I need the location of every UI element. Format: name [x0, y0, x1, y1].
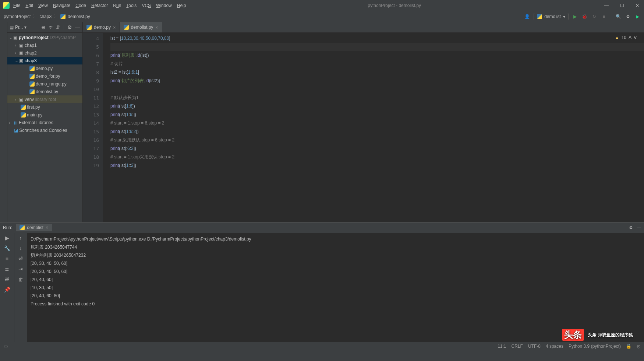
editor: demo.py× demolist.py× 456789101112131415…	[83, 22, 644, 222]
up-icon[interactable]: ↑	[20, 235, 22, 241]
close-button[interactable]: ✕	[634, 3, 641, 8]
status-encoding[interactable]: UTF-8	[528, 344, 541, 349]
lock-icon[interactable]: 🔓	[626, 344, 631, 349]
breadcrumb-root[interactable]: pythonProject	[4, 14, 31, 19]
collapse-all-icon[interactable]: ⇵	[56, 24, 60, 30]
editor-body[interactable]: 45678910111213141516171819 lst = [10,20,…	[83, 33, 644, 222]
status-sdk[interactable]: Python 3.9 (pythonProject)	[569, 344, 621, 349]
soft-wrap-icon[interactable]: ⏎	[18, 256, 23, 262]
chevron-down-icon[interactable]: ▾	[24, 25, 26, 30]
run-body: ▶ 🔧 ■ ≣ 🖶 📌 ↑ ↓ ⏎ ⇥ 🗑 D:\PycharmProjects…	[0, 233, 644, 342]
tree-folder-chap3[interactable]: ⌄▣chap3	[7, 57, 82, 64]
stop-button[interactable]: ■	[6, 256, 8, 262]
minimize-button[interactable]: ―	[603, 3, 610, 8]
run-config-selector[interactable]: demolist ▾	[534, 13, 569, 20]
tab-demolist[interactable]: demolist.py×	[120, 22, 162, 32]
chevron-up-icon[interactable]: ᐱ	[629, 35, 631, 40]
wrench-icon[interactable]: 🔧	[4, 245, 10, 251]
menu-view[interactable]: View	[38, 3, 48, 8]
gear-icon[interactable]: ⚙	[67, 24, 72, 30]
run-panel: Run: demolist × ⚙ — ▶ 🔧 ■ ≣ 🖶 📌 ↑ ↓ ⏎ ⇥ …	[0, 222, 644, 342]
hide-icon[interactable]: —	[75, 24, 80, 30]
stop-button[interactable]: ■	[601, 14, 607, 20]
app-logo	[3, 2, 10, 9]
menu-run[interactable]: Run	[113, 3, 121, 8]
main-menu: File Edit View Navigate Code Refactor Ru…	[13, 3, 186, 8]
menu-edit[interactable]: Edit	[25, 3, 33, 8]
tree-folder-venv[interactable]: ›▣venv library root	[7, 95, 82, 103]
menu-navigate[interactable]: Navigate	[53, 3, 70, 8]
expand-all-icon[interactable]: ≑	[49, 24, 53, 30]
down-icon[interactable]: ↓	[20, 245, 22, 251]
status-line-sep[interactable]: CRLF	[512, 344, 523, 349]
gutter: 45678910111213141516171819	[83, 33, 103, 222]
left-tool-strip	[0, 22, 7, 222]
search-icon[interactable]: 🔍	[615, 14, 621, 20]
status-indent[interactable]: 4 spaces	[546, 344, 563, 349]
python-file-icon	[124, 25, 129, 30]
close-icon[interactable]: ×	[46, 225, 48, 230]
debug-button[interactable]: 🐞	[582, 14, 588, 20]
run-button[interactable]: ▶	[572, 14, 578, 20]
pin-icon[interactable]: 📌	[4, 287, 10, 292]
menu-refactor[interactable]: Refactor	[91, 3, 108, 8]
event-log-icon[interactable]: ▭	[4, 344, 8, 349]
window-title: pythonProject - demolist.py	[186, 3, 603, 8]
layout-icon[interactable]: ≣	[5, 266, 9, 272]
tab-demo[interactable]: demo.py×	[83, 22, 120, 32]
tree-folder-chap1[interactable]: ›▣chap1	[7, 41, 82, 49]
close-icon[interactable]: ×	[155, 25, 158, 30]
main-area: ▤ Pr... ▾ ⊕ ≑ ⇵ | ⚙ — ⌄▣pythonProject D:…	[0, 22, 644, 222]
tree-file-demo[interactable]: demo.py	[7, 64, 82, 72]
menu-file[interactable]: File	[13, 3, 20, 8]
python-file-icon	[20, 225, 25, 230]
tree-external-libraries[interactable]: ›⫼ External Libraries	[7, 119, 82, 126]
scroll-end-icon[interactable]: ⇥	[18, 266, 23, 272]
status-caret-pos[interactable]: 11:1	[498, 344, 506, 349]
project-panel-header: ▤ Pr... ▾ ⊕ ≑ ⇵ | ⚙ —	[7, 22, 82, 33]
console-output[interactable]: D:\PycharmProjects\pythonProject\venv\Sc…	[27, 233, 644, 342]
navigation-bar: pythonProject 〉 chap3 〉 demolist.py 👤▾ d…	[0, 11, 644, 22]
folder-icon: ▤	[10, 25, 14, 30]
menu-tools[interactable]: Tools	[126, 3, 137, 8]
tree-file-demolist[interactable]: demolist.py	[7, 88, 82, 95]
status-bar: ▭ 11:1 CRLF UTF-8 4 spaces Python 3.9 (p…	[0, 342, 644, 350]
code-area[interactable]: lst = [10,20,30,40,50,60,70,80]print('原列…	[103, 33, 644, 222]
add-user-icon[interactable]: 👤▾	[524, 14, 530, 20]
breadcrumb-folder[interactable]: chap3	[39, 14, 52, 19]
project-tree: ⌄▣pythonProject D:\PycharmP ›▣chap1 ›▣ch…	[7, 33, 82, 222]
inspection-widget[interactable]: ▲ 10 ᐱ ᐯ	[615, 35, 637, 40]
menu-vcs[interactable]: VCS	[142, 3, 151, 8]
rerun-button[interactable]: ▶	[5, 235, 9, 241]
python-file-icon	[29, 89, 35, 94]
tree-folder-chap2[interactable]: ›▣chap2	[7, 49, 82, 57]
close-icon[interactable]: ×	[113, 25, 116, 30]
maximize-button[interactable]: ☐	[618, 3, 626, 8]
print-icon[interactable]: 🖶	[4, 276, 10, 282]
tree-root[interactable]: ⌄▣pythonProject D:\PycharmP	[7, 34, 82, 41]
menu-window[interactable]: Window	[156, 3, 172, 8]
tree-file-first[interactable]: first.py	[7, 103, 82, 111]
gear-icon[interactable]: ⚙	[629, 225, 633, 230]
menu-code[interactable]: Code	[75, 3, 86, 8]
run-coverage-button[interactable]: ↻	[591, 14, 597, 20]
tree-file-main[interactable]: main.py	[7, 111, 82, 119]
run-tabs: Run: demolist × ⚙ —	[0, 222, 644, 233]
tree-file-demo-range[interactable]: demo_range.py	[7, 80, 82, 88]
tree-file-demo-for[interactable]: demo_for.py	[7, 72, 82, 80]
project-tool-label[interactable]: Pr...	[15, 25, 23, 30]
run-label: Run:	[3, 225, 12, 230]
notification-icon[interactable]: ◴	[637, 344, 640, 349]
chevron-down-icon[interactable]: ᐯ	[634, 35, 637, 40]
python-file-icon	[537, 14, 542, 19]
gear-icon[interactable]: ⚙	[625, 14, 631, 20]
code-with-me-icon[interactable]: ▶	[634, 14, 640, 20]
menu-help[interactable]: Help	[177, 3, 186, 8]
locate-icon[interactable]: ⊕	[41, 24, 46, 30]
run-tab-demolist[interactable]: demolist ×	[16, 224, 52, 231]
breadcrumb-file[interactable]: demolist.py	[68, 14, 90, 19]
hide-icon[interactable]: —	[637, 225, 641, 230]
trash-icon[interactable]: 🗑	[18, 276, 23, 282]
tree-scratches[interactable]: ◪ Scratches and Consoles	[7, 126, 82, 134]
python-file-icon	[29, 66, 35, 71]
